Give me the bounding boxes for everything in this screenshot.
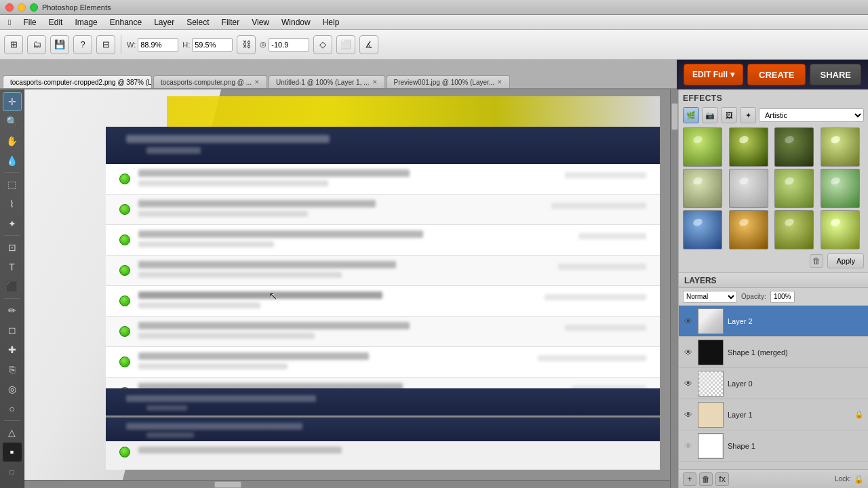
background-color[interactable]: □ xyxy=(3,462,22,481)
marquee-tool[interactable]: ⬚ xyxy=(3,175,22,194)
apple-menu[interactable]:  xyxy=(3,16,16,28)
transform-btn2[interactable]: ⬜ xyxy=(336,35,355,54)
transform-btn1[interactable]: ◇ xyxy=(313,35,332,54)
share-button[interactable]: SHARE xyxy=(810,64,861,85)
menu-enhance[interactable]: Enhance xyxy=(104,16,147,28)
layer-visibility-shape1[interactable]: 👁 xyxy=(683,441,694,451)
minimize-button[interactable] xyxy=(18,3,26,12)
effect-thumb-4[interactable] xyxy=(821,127,860,167)
delete-layer-button[interactable]: 🗑 xyxy=(699,472,713,486)
opacity-input[interactable] xyxy=(770,291,795,303)
canvas-area[interactable]: ↖ xyxy=(24,89,678,488)
menu-help[interactable]: Help xyxy=(317,16,345,28)
effect-thumb-5[interactable] xyxy=(683,169,722,208)
save-btn[interactable]: 💾 xyxy=(50,35,69,54)
blur-tool[interactable]: ◎ xyxy=(3,380,22,399)
maximize-button[interactable] xyxy=(30,3,38,12)
menu-image[interactable]: Image xyxy=(69,16,102,28)
menu-window[interactable]: Window xyxy=(276,16,316,28)
grid-tool-btn[interactable]: ⊞ xyxy=(4,35,23,54)
move-tool[interactable]: ✛ xyxy=(3,92,22,111)
menu-filter[interactable]: Filter xyxy=(216,16,245,28)
layer-visibility-layer1[interactable]: 👁 xyxy=(683,409,694,420)
effect-thumb-2[interactable] xyxy=(729,127,768,167)
effects-filter-btn-2[interactable]: 📷 xyxy=(702,107,718,123)
tab-2-close[interactable]: ✕ xyxy=(372,79,378,85)
menu-file[interactable]: File xyxy=(18,16,41,28)
eraser-tool[interactable]: ◻ xyxy=(3,321,22,340)
organizer-btn[interactable]: 🗂 xyxy=(27,35,46,54)
menu-edit[interactable]: Edit xyxy=(43,16,68,28)
transform-btn3[interactable]: ∡ xyxy=(359,35,378,54)
magic-wand-tool[interactable]: ✦ xyxy=(3,214,22,233)
effects-filter-btn-3[interactable]: 🖼 xyxy=(721,107,737,123)
layer-visibility-layer0[interactable]: 👁 xyxy=(683,378,694,389)
width-input[interactable] xyxy=(138,38,178,52)
effect-thumb-9[interactable] xyxy=(683,210,722,249)
layer-visibility-layer2[interactable]: 👁 xyxy=(683,316,694,327)
effects-filter-btn-4[interactable]: ✦ xyxy=(740,107,756,123)
effect-thumb-7[interactable] xyxy=(774,169,814,208)
clone-tool[interactable]: ⎘ xyxy=(3,360,22,379)
shapes-tool[interactable]: △ xyxy=(3,423,22,442)
layer-styles-button[interactable]: fx xyxy=(715,472,729,486)
vertical-scrollbar[interactable] xyxy=(670,89,678,488)
eyedropper-tool[interactable]: 💧 xyxy=(3,151,22,170)
foreground-color[interactable]: ■ xyxy=(3,443,22,462)
menu-select[interactable]: Select xyxy=(181,16,214,28)
angle-input[interactable] xyxy=(269,38,309,52)
view-toggle-btn[interactable]: ⊟ xyxy=(96,35,115,54)
type-tool[interactable]: T xyxy=(3,258,22,277)
eye-icon-shape1: 👁 xyxy=(684,441,692,451)
layer-row-shape1[interactable]: 👁 Shape 1 xyxy=(679,430,868,462)
dodge-tool[interactable]: ○ xyxy=(3,399,22,418)
effect-thumb-8[interactable] xyxy=(821,169,860,208)
effect-thumb-12[interactable] xyxy=(821,210,860,249)
hand-tool[interactable]: ✋ xyxy=(3,131,22,150)
height-input[interactable] xyxy=(192,38,233,52)
menu-view[interactable]: View xyxy=(246,16,275,28)
brush-tool[interactable]: ✏ xyxy=(3,301,22,320)
effects-delete-button[interactable]: 🗑 xyxy=(810,254,823,268)
scrollbar-thumb-h[interactable] xyxy=(214,481,241,488)
close-button[interactable] xyxy=(5,3,14,12)
effect-thumb-10[interactable] xyxy=(729,210,768,249)
edit-full-button[interactable]: EDIT Full ▾ xyxy=(684,64,743,85)
toolbar: ⊞ 🗂 💾 ? ⊟ W: H: ⛓ ◎ ◇ ⬜ ∡ xyxy=(0,30,868,60)
layer-visibility-shape1merged[interactable]: 👁 xyxy=(683,347,694,358)
tab-0[interactable]: tocasports-computer-cropped2.png @ 387% … xyxy=(3,75,152,88)
effect-thumb-11[interactable] xyxy=(774,210,814,249)
effect-thumb-6[interactable] xyxy=(729,169,768,208)
effects-category-select[interactable]: Artistic xyxy=(759,108,864,122)
paint-bucket-tool[interactable]: ⬛ xyxy=(3,277,22,296)
horizontal-scrollbar[interactable] xyxy=(24,480,670,488)
tab-2[interactable]: Untitled-1 @ 100% (Layer 1, ... ✕ xyxy=(269,75,384,88)
menu-layer[interactable]: Layer xyxy=(149,16,180,28)
help-btn[interactable]: ? xyxy=(73,35,92,54)
lasso-tool[interactable]: ⌇ xyxy=(3,195,22,214)
layer-row-layer0[interactable]: 👁 Layer 0 xyxy=(679,368,868,399)
crop-tool[interactable]: ⊡ xyxy=(3,238,22,257)
effects-apply-button[interactable]: Apply xyxy=(827,253,864,268)
layer-row-shape1merged[interactable]: 👁 Shape 1 (merged) xyxy=(679,337,868,368)
canvas-viewport[interactable]: ↖ xyxy=(24,89,670,480)
effects-header: EFFECTS xyxy=(683,94,864,103)
tab-1[interactable]: tocasports-computer.png @ ... ✕ xyxy=(153,75,267,88)
effect-thumb-3[interactable] xyxy=(774,127,814,167)
zoom-tool[interactable]: 🔍 xyxy=(3,112,22,131)
tab-3[interactable]: Preview001.jpg @ 100% (Layer... ✕ xyxy=(387,75,511,88)
tab-3-close[interactable]: ✕ xyxy=(497,79,502,85)
tab-1-close[interactable]: ✕ xyxy=(254,79,260,85)
doc-footer-1 xyxy=(106,388,660,415)
layer-row-layer2[interactable]: 👁 Layer 2 xyxy=(679,306,868,337)
heal-tool[interactable]: ✚ xyxy=(3,340,22,359)
effects-panel: EFFECTS 🌿 📷 🖼 ✦ Artistic xyxy=(679,89,868,272)
blend-mode-select[interactable]: Normal xyxy=(683,291,737,303)
effect-thumb-1[interactable] xyxy=(683,127,722,167)
layer-row-layer1[interactable]: 👁 Layer 1 🔒 xyxy=(679,399,868,430)
new-layer-button[interactable]: + xyxy=(683,472,696,486)
create-button[interactable]: CREATE xyxy=(747,64,806,85)
effects-filter-btn-1[interactable]: 🌿 xyxy=(683,107,699,123)
constrain-btn[interactable]: ⛓ xyxy=(237,35,256,54)
scrollbar-thumb-v[interactable] xyxy=(671,103,678,130)
